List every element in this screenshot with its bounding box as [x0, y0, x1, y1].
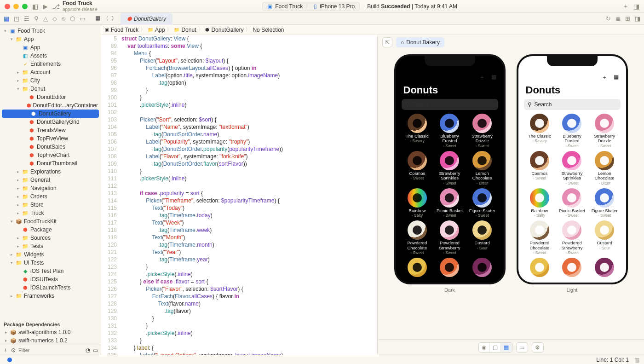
adjust-editor-icon[interactable]: ≣ — [615, 15, 621, 22]
donut-cell[interactable]: Picnic Basket◦ Sweet — [556, 188, 588, 219]
library-icon[interactable]: ◨ — [633, 3, 639, 10]
test-nav-icon[interactable]: ◇ — [52, 15, 57, 22]
donut-cell[interactable] — [524, 258, 556, 279]
donut-cell[interactable]: The Classic◦ Savory — [524, 114, 556, 149]
close-icon[interactable] — [5, 4, 10, 9]
navigator-row[interactable]: ▸📁General — [0, 176, 101, 184]
gear-icon[interactable]: ⚙ — [532, 343, 543, 352]
related-items-icon[interactable]: ▦ — [95, 15, 100, 23]
donut-cell[interactable]: Lemon Chocolate◦ Bitter — [589, 151, 621, 186]
run-icon[interactable]: ▶ — [43, 3, 48, 10]
navigator-row[interactable]: ⬢iOSLaunchTests — [0, 283, 101, 292]
jumpbar-segment[interactable]: 📁Donut — [174, 27, 196, 33]
donut-cell[interactable]: Lemon Chocolate◦ Bitter — [466, 151, 498, 186]
donut-cell[interactable]: Rainbow◦ Salty — [524, 188, 556, 219]
navigator-row[interactable]: ✓Entitlements — [0, 60, 101, 68]
jump-bar[interactable]: ▣Food Truck〉📁App〉📁Donut〉⬢DonutGallery〉No… — [101, 25, 644, 35]
donut-cell[interactable]: Blueberry Frosted◦ Sweet — [556, 114, 588, 149]
scm-nav-icon[interactable]: ◳ — [14, 15, 19, 22]
navigator-row[interactable]: ⬢Package — [0, 225, 101, 234]
project-block[interactable]: ⎇ Food Truck appstore-release — [52, 0, 97, 12]
plus-icon[interactable]: ＋ — [602, 74, 607, 81]
preview-chip[interactable]: ⌂ Donut Bakery — [396, 37, 444, 47]
navigator-row[interactable]: ▸📁Orders — [0, 192, 101, 201]
navigator-row[interactable]: ▸📁City — [0, 76, 101, 85]
clock-icon[interactable]: ◔ — [86, 347, 90, 353]
issue-nav-icon[interactable]: △ — [43, 15, 48, 22]
donut-cell[interactable]: Strawberry Drizzle◦ Sweet — [589, 114, 621, 149]
navigator-row[interactable]: ▸📁Truck — [0, 209, 101, 217]
donut-cell[interactable] — [466, 258, 498, 279]
donut-cell[interactable]: Figure Skater◦ Sweet — [466, 188, 498, 219]
plus-icon[interactable]: ＋ — [479, 74, 485, 81]
plus-icon[interactable]: ＋ — [622, 2, 629, 11]
scm-filter-icon[interactable]: ▭ — [93, 347, 98, 353]
navigator-row[interactable]: ◆iOS Test Plan — [0, 267, 101, 275]
forward-icon[interactable]: 〉 — [111, 15, 117, 23]
back-icon[interactable]: 〈 — [103, 15, 109, 23]
navigator-tree[interactable]: ▾▣Food Truck▾📁App▣App◧Assets✓Entitlement… — [0, 25, 101, 319]
navigator-row[interactable]: ⬢DonutGalleryGrid — [0, 118, 101, 126]
folder-nav-icon[interactable]: ▤ — [4, 15, 9, 22]
donut-cell[interactable]: Cosmos◦ Sweet — [402, 151, 433, 186]
donut-cell[interactable]: Rainbow◦ Salty — [402, 188, 433, 219]
search-field[interactable]: ⚲Search — [402, 99, 498, 110]
inspectors-toggle-icon[interactable]: ◨ — [635, 15, 640, 22]
report-nav-icon[interactable]: ▭ — [80, 15, 85, 22]
add-editor-icon[interactable]: ⊞ — [625, 15, 630, 22]
source-editor[interactable]: 5struct DonutGallery: View {89 var toolb… — [101, 35, 377, 355]
donut-cell[interactable]: The Classic◦ Savory — [402, 114, 433, 149]
jumpbar-segment[interactable]: No Selection — [253, 27, 284, 33]
navigator-row[interactable]: ▸📁Frameworks — [0, 292, 101, 300]
grid-icon[interactable]: ▦ — [614, 74, 619, 81]
package-dep-row[interactable]: ▸📦swift-numerics 1.0.2 — [0, 336, 101, 345]
navigator-row[interactable]: ▸📁Sources — [0, 234, 101, 242]
donut-cell[interactable]: Strawberry Sprinkles◦ Sweet — [556, 151, 588, 186]
donut-cell[interactable]: Blueberry Frosted◦ Sweet — [434, 114, 466, 149]
zoom-icon[interactable] — [22, 4, 28, 9]
donut-cell[interactable]: Powdered Chocolate◦ Sweet — [524, 220, 556, 256]
navigator-row[interactable]: ▾📁Donut — [0, 85, 101, 93]
navigator-row[interactable]: ⬢DonutThumbnail — [0, 159, 101, 168]
find-nav-icon[interactable]: ⚲ — [34, 15, 39, 22]
scheme-selector[interactable]: ▣ Food Truck 〉 ▯ iPhone 13 Pro — [262, 2, 360, 11]
navigator-row[interactable]: ▾📁App — [0, 35, 101, 43]
canvas-settings-segment[interactable]: ⚙ — [532, 342, 544, 352]
donut-cell[interactable]: Cosmos◦ Sweet — [524, 151, 556, 186]
search-field[interactable]: ⚲Search — [524, 99, 621, 110]
navigator-row[interactable]: ⬢DonutEditor...aryContainer — [0, 101, 101, 110]
donut-cell[interactable]: Strawberry Sprinkles◦ Sweet — [434, 151, 466, 186]
jumpbar-segment[interactable]: ⬢DonutGallery — [205, 27, 243, 33]
live-icon[interactable]: ◉ — [479, 343, 490, 352]
canvas-mode-segment[interactable]: ◉ ▢ ▦ — [478, 342, 512, 352]
debug-nav-icon[interactable]: ⎋ — [62, 15, 65, 22]
navigator-row[interactable]: ⬢iOSUITests — [0, 275, 101, 283]
symbol-nav-icon[interactable]: ☰ — [24, 15, 29, 22]
recompile-icon[interactable]: ↻ — [606, 15, 611, 22]
minimap-icon[interactable]: ▥ — [634, 357, 639, 363]
breakpoint-nav-icon[interactable]: ⬠ — [70, 15, 75, 22]
filter-input[interactable] — [18, 347, 83, 353]
navigator-row[interactable]: ▸📁Widgets — [0, 250, 101, 259]
donut-cell[interactable] — [556, 258, 588, 279]
device-settings-icon[interactable]: ▭ — [517, 343, 528, 352]
donut-cell[interactable] — [402, 258, 433, 279]
navigator-row[interactable]: ⬢DonutGallery — [2, 110, 99, 118]
jumpbar-segment[interactable]: 📁App — [148, 27, 165, 33]
navigator-row[interactable]: ▸📁Navigation — [0, 184, 101, 192]
canvas-device-segment[interactable]: ▭ — [516, 342, 528, 352]
jumpbar-segment[interactable]: ▣Food Truck — [105, 27, 138, 33]
navigator-row[interactable]: ▸📁Account — [0, 68, 101, 76]
donut-cell[interactable] — [434, 258, 466, 279]
variants-icon[interactable]: ▦ — [501, 343, 512, 352]
navigator-row[interactable]: ⬢DonutEditor — [0, 93, 101, 101]
navigator-row[interactable]: ▸📁Tests — [0, 242, 101, 250]
grid-icon[interactable]: ▦ — [491, 74, 496, 81]
donut-cell[interactable]: Picnic Basket◦ Sweet — [434, 188, 466, 219]
navigator-row[interactable]: ▣App — [0, 43, 101, 52]
navigator-row[interactable]: ⬢TrendsView — [0, 126, 101, 134]
navigator-row[interactable]: ▸📁Explorations — [0, 168, 101, 176]
tab-donutgallery[interactable]: ⬢ DonutGallery — [121, 13, 172, 25]
donut-cell[interactable]: Custard◦ Sour — [589, 220, 621, 256]
donut-cell[interactable]: Strawberry Drizzle◦ Sweet — [466, 114, 498, 149]
